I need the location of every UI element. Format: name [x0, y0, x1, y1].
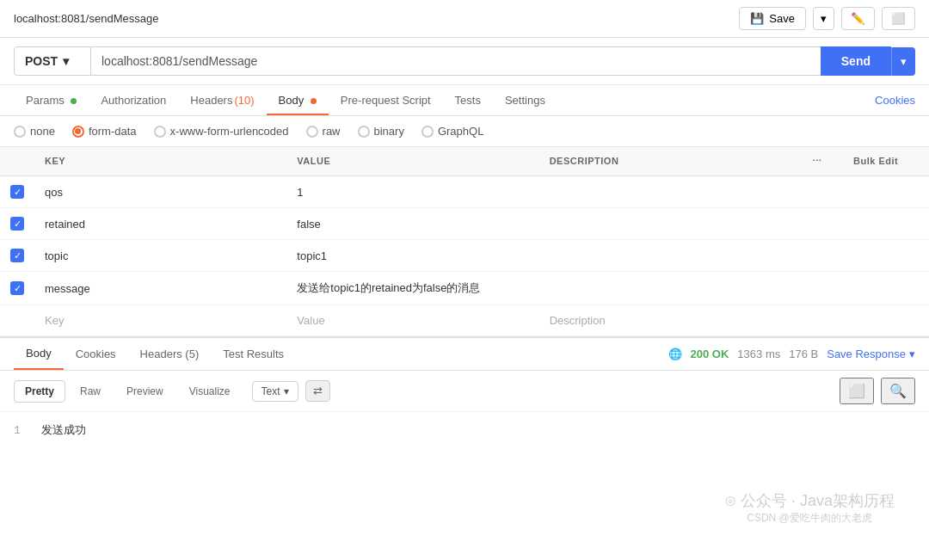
search-response-button[interactable]: 🔍: [881, 378, 915, 404]
tab-settings[interactable]: Settings: [493, 85, 557, 115]
row1-key[interactable]: qos: [34, 176, 286, 207]
params-dot: [71, 98, 77, 104]
row3-key[interactable]: topic: [34, 240, 286, 271]
copy-icon-button[interactable]: ⬜: [882, 7, 915, 30]
copy-response-button[interactable]: ⬜: [840, 378, 874, 404]
send-button[interactable]: Send: [821, 46, 891, 76]
response-status-bar: 🌐 200 OK 1363 ms 176 B Save Response ▾: [668, 348, 915, 360]
row2-more: [791, 208, 843, 239]
th-key: KEY: [34, 152, 286, 170]
headers-count: (10): [234, 94, 254, 107]
wrap-button[interactable]: ⇄: [305, 380, 330, 402]
row1-check[interactable]: [0, 176, 34, 207]
table-row: qos 1: [0, 176, 929, 208]
save-button[interactable]: 💾 Save: [739, 7, 806, 30]
row2-desc: [539, 208, 791, 239]
checkbox-3[interactable]: [10, 249, 24, 262]
resp-tab-headers[interactable]: Headers (5): [128, 339, 212, 369]
params-table: KEY VALUE DESCRIPTION ⋯ Bulk Edit qos 1 …: [0, 147, 929, 336]
save-response-button[interactable]: Save Response ▾: [827, 348, 915, 360]
tab-tests[interactable]: Tests: [443, 85, 493, 115]
topbar-url: localhost:8081/sendMessage: [14, 12, 158, 25]
empty-check: [0, 305, 34, 335]
tab-pre-request[interactable]: Pre-request Script: [329, 85, 443, 115]
save-label: Save: [769, 12, 795, 25]
row4-key[interactable]: message: [34, 272, 286, 305]
send-dropdown-button[interactable]: ▾: [891, 47, 915, 76]
top-bar: localhost:8081/sendMessage 💾 Save ▾ ✏️ ⬜: [0, 0, 929, 38]
th-description: DESCRIPTION: [539, 152, 791, 170]
radio-form-data: [72, 126, 84, 138]
tab-params[interactable]: Params: [14, 85, 89, 115]
tab-headers[interactable]: Headers(10): [178, 85, 266, 115]
th-check: [0, 152, 34, 170]
checkbox-1[interactable]: [10, 185, 24, 199]
row1-bulk: [843, 176, 929, 207]
tab-authorization[interactable]: Authorization: [89, 85, 178, 115]
checkbox-4[interactable]: [10, 281, 24, 295]
table-row: topic topic1: [0, 240, 929, 272]
row1-value[interactable]: 1: [286, 176, 538, 207]
empty-desc[interactable]: Description: [539, 305, 791, 335]
empty-value[interactable]: Value: [286, 305, 538, 335]
response-body: 1 发送成功: [0, 412, 929, 560]
response-content: 发送成功: [41, 424, 86, 437]
status-ok: 200 OK: [691, 348, 729, 360]
resp-tab-body[interactable]: Body: [14, 338, 64, 370]
resp-tab-test-results[interactable]: Test Results: [211, 339, 296, 369]
row2-bulk: [843, 208, 929, 239]
body-type-bar: none form-data x-www-form-urlencoded raw…: [0, 116, 929, 147]
row3-value[interactable]: topic1: [286, 240, 538, 271]
empty-bulk: [843, 305, 929, 335]
row4-value[interactable]: 发送给topic1的retained为false的消息: [286, 272, 538, 305]
row4-bulk: [843, 272, 929, 305]
url-input[interactable]: [91, 46, 821, 76]
format-pretty-button[interactable]: Pretty: [14, 380, 65, 403]
status-size: 176 B: [789, 348, 818, 360]
line-number: 1: [14, 424, 21, 437]
response-tab-bar: Body Cookies Headers (5) Test Results 🌐 …: [0, 338, 929, 371]
format-visualize-button[interactable]: Visualize: [178, 380, 242, 403]
row3-check[interactable]: [0, 240, 34, 271]
radio-none: [14, 126, 26, 138]
body-type-binary[interactable]: binary: [358, 125, 404, 138]
empty-key[interactable]: Key: [34, 305, 286, 335]
body-type-raw[interactable]: raw: [306, 125, 341, 138]
type-chevron-icon: ▾: [284, 385, 289, 397]
resp-action-icons: ⬜ 🔍: [840, 378, 915, 404]
row2-key[interactable]: retained: [34, 208, 286, 239]
method-select[interactable]: POST ▾: [14, 46, 91, 76]
topbar-actions: 💾 Save ▾ ✏️ ⬜: [739, 7, 915, 30]
table-row: retained false: [0, 208, 929, 240]
row3-desc: [539, 240, 791, 271]
body-type-none[interactable]: none: [14, 125, 55, 138]
body-type-graphql[interactable]: GraphQL: [421, 125, 483, 138]
response-section: Body Cookies Headers (5) Test Results 🌐 …: [0, 336, 929, 560]
body-dot: [311, 98, 317, 104]
empty-more: [791, 305, 843, 335]
response-toolbar: Pretty Raw Preview Visualize Text ▾ ⇄ ⬜ …: [0, 371, 929, 412]
row2-check[interactable]: [0, 208, 34, 239]
save-dropdown-button[interactable]: ▾: [813, 7, 834, 30]
body-type-urlencoded[interactable]: x-www-form-urlencoded: [154, 125, 289, 138]
radio-raw: [306, 126, 318, 138]
row4-check[interactable]: [0, 272, 34, 305]
body-type-form-data[interactable]: form-data: [72, 125, 137, 138]
method-chevron-icon: ▾: [63, 54, 69, 68]
row1-more: [791, 176, 843, 207]
format-raw-button[interactable]: Raw: [69, 380, 112, 403]
tab-cookies[interactable]: Cookies: [875, 85, 915, 115]
row2-value[interactable]: false: [286, 208, 538, 239]
url-bar: POST ▾ Send ▾: [0, 38, 929, 85]
radio-graphql: [421, 126, 434, 138]
format-preview-button[interactable]: Preview: [115, 380, 175, 403]
resp-tab-cookies[interactable]: Cookies: [64, 339, 128, 369]
edit-icon-button[interactable]: ✏️: [841, 7, 875, 30]
save-icon: 💾: [750, 12, 764, 25]
th-more: ⋯: [791, 152, 843, 170]
tab-body[interactable]: Body: [267, 85, 329, 115]
type-select[interactable]: Text ▾: [252, 381, 298, 402]
send-button-group: Send ▾: [821, 46, 915, 76]
checkbox-2[interactable]: [10, 217, 24, 231]
table-row-empty: Key Value Description: [0, 305, 929, 336]
